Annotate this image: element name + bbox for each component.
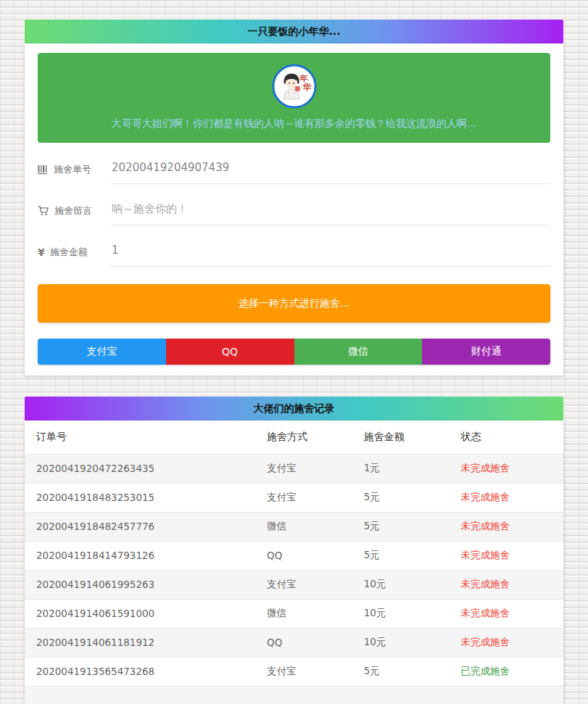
page-title: 一只要饭的小年华... (248, 25, 341, 38)
records-card: 大佬们的施舍记录 订单号 施舍方式 施舍金额 状态 20200419204722… (25, 397, 563, 704)
order-label: 施舍单号 (38, 161, 110, 176)
method-cell: 支付宝 (255, 454, 352, 483)
method-cell: QQ (255, 628, 352, 657)
amount-cell: 10元 (352, 599, 450, 628)
table-row: 2020041918483253015 支付宝 5元 未完成施舍 (25, 483, 563, 512)
page: 一只要饭的小年华... 年 (0, 0, 588, 704)
plea-text: 大哥哥大姐们啊！你们都是有钱的人呐～谁有那多余的零钱？给我这流浪的人啊... (45, 117, 543, 131)
order-no-cell: 2020041918482457776 (25, 512, 255, 541)
status-badge: 未完成施舍 (449, 454, 563, 483)
table-row: 2020041914061181912 QQ 10元 未完成施舍 (25, 628, 563, 657)
wechat-button[interactable]: 微信 (294, 339, 423, 365)
yen-icon: ¥ (38, 247, 45, 258)
amount-cell: 10元 (352, 628, 450, 657)
col-method: 施舍方式 (255, 421, 352, 454)
method-cell: 支付宝 (255, 483, 352, 512)
amount-cell: 1元 (352, 454, 450, 483)
records-header-bar: 大佬们的施舍记录 (25, 397, 563, 421)
alipay-button[interactable]: 支付宝 (38, 339, 166, 365)
table-row-clipped (25, 686, 563, 704)
table-row: 2020041913565473268 支付宝 5元 已完成施舍 (25, 657, 563, 686)
cart-icon (38, 206, 49, 216)
order-no-cell: 2020041918414793126 (25, 541, 255, 570)
order-no-cell: 2020041914061995263 (25, 570, 255, 599)
status-badge: 未完成施舍 (449, 570, 563, 599)
order-no-cell: 2020041913565473268 (25, 657, 255, 686)
status-badge: 未完成施舍 (449, 541, 563, 570)
order-no-cell: 2020041920472263435 (25, 454, 255, 483)
status-badge: 未完成施舍 (449, 512, 563, 541)
records-card-body: 订单号 施舍方式 施舍金额 状态 2020041920472263435 支付宝… (25, 421, 563, 704)
amount-cell: 10元 (352, 570, 450, 599)
amount-input[interactable] (110, 244, 550, 267)
method-cell: 支付宝 (255, 570, 352, 599)
barcode-icon (38, 165, 49, 175)
col-status: 状态 (449, 421, 563, 454)
beggar-banner: 年 华 大哥哥大姐们啊！你们都是有钱的人呐～谁有那多余的零钱？给我这流浪的人啊.… (38, 53, 550, 143)
choose-method-button[interactable]: 选择一种方式进行施舍... (38, 284, 550, 323)
method-cell: QQ (255, 541, 352, 570)
table-row: 2020041920472263435 支付宝 1元 未完成施舍 (25, 454, 563, 483)
amount-cell: 5元 (352, 512, 450, 541)
avatar-seal-char-2: 华 (302, 82, 311, 92)
status-badge: 未完成施舍 (449, 599, 563, 628)
status-badge: 未完成施舍 (449, 628, 563, 657)
donation-card-body: 年 华 大哥哥大姐们啊！你们都是有钱的人呐～谁有那多余的零钱？给我这流浪的人啊.… (25, 44, 563, 376)
amount-label: ¥ 施舍金额 (38, 244, 110, 259)
order-no-cell: 2020041914061591000 (25, 599, 255, 628)
col-order-no: 订单号 (25, 421, 255, 454)
method-cell: 微信 (255, 599, 352, 628)
tenpay-button[interactable]: 财付通 (422, 339, 550, 365)
table-row: 2020041918414793126 QQ 5元 未完成施舍 (25, 541, 563, 570)
method-cell: 支付宝 (255, 657, 352, 686)
avatar: 年 华 (272, 64, 317, 109)
table-header-row: 订单号 施舍方式 施舍金额 状态 (25, 421, 563, 454)
donation-table-body: 2020041920472263435 支付宝 1元 未完成施舍 2020041… (25, 454, 563, 704)
field-order: 施舍单号 (38, 161, 550, 184)
col-amount: 施舍金额 (352, 421, 450, 454)
method-cell: 微信 (255, 512, 352, 541)
qq-button[interactable]: QQ (166, 339, 294, 365)
note-label: 施舍留言 (38, 202, 110, 218)
field-note: 施舍留言 (38, 202, 550, 225)
donation-card: 一只要饭的小年华... 年 (25, 20, 563, 376)
donation-header-bar: 一只要饭的小年华... (25, 20, 563, 44)
pay-method-group: 支付宝 QQ 微信 财付通 (38, 339, 550, 365)
status-badge: 未完成施舍 (449, 483, 563, 512)
amount-cell: 5元 (352, 657, 450, 686)
records-title: 大佬们的施舍记录 (254, 402, 335, 415)
note-input[interactable] (110, 202, 550, 225)
status-badge: 已完成施舍 (449, 657, 563, 686)
table-row: 2020041914061591000 微信 10元 未完成施舍 (25, 599, 563, 628)
field-amount: ¥ 施舍金额 (38, 244, 550, 267)
order-no-cell: 2020041914061181912 (25, 628, 255, 657)
order-no-cell: 2020041918483253015 (25, 483, 255, 512)
amount-cell: 5元 (352, 541, 450, 570)
table-row: 2020041918482457776 微信 5元 未完成施舍 (25, 512, 563, 541)
amount-cell: 5元 (352, 483, 450, 512)
donation-table: 订单号 施舍方式 施舍金额 状态 2020041920472263435 支付宝… (25, 421, 563, 704)
table-row: 2020041914061995263 支付宝 10元 未完成施舍 (25, 570, 563, 599)
order-input[interactable] (110, 161, 550, 184)
